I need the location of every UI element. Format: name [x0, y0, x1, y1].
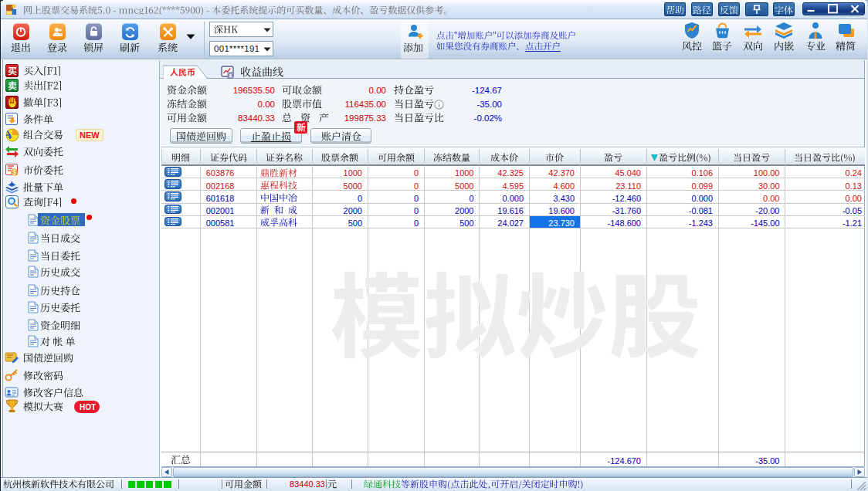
svg-text:$: $: [12, 168, 16, 176]
